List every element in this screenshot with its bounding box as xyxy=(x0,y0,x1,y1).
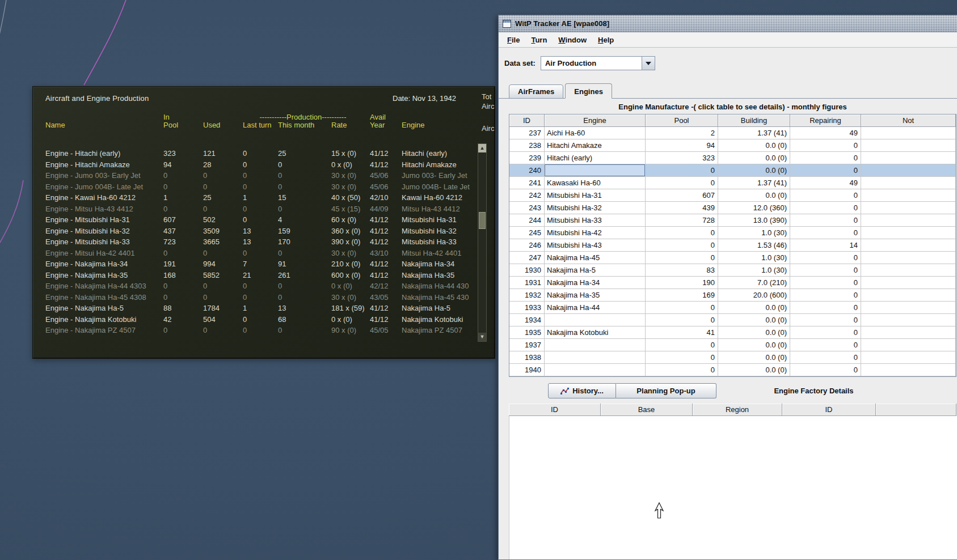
menu-turn[interactable]: Turn xyxy=(526,34,552,46)
cell-in-pool: 191 xyxy=(163,258,203,270)
engine-table-row[interactable]: 240 0 0.0 (0) 0 xyxy=(509,164,956,177)
production-table-row[interactable]: Engine - Kawai Ha-60 4212 1 25 1 15 40 x… xyxy=(33,192,495,203)
menu-window-mnemonic: W xyxy=(558,36,565,44)
planning-popup-button[interactable]: Planning Pop-up xyxy=(616,383,716,398)
cell-engine-name: Engine - Kawai Ha-60 4212 xyxy=(45,192,163,203)
engine-table-row[interactable]: 1934 0 0.0 (0) 0 xyxy=(509,314,956,326)
cell-last-turn: 0 xyxy=(243,325,278,336)
engine-table-row[interactable]: 247 Nakajima Ha-45 0 1.0 (30) 0 xyxy=(509,252,956,264)
engine-table-row[interactable]: 239 Hitachi (early) 323 0.0 (0) 0 xyxy=(509,152,956,164)
production-table-row[interactable]: Engine - Nakajima Ha-45 4308 0 0 0 0 30 … xyxy=(33,292,495,303)
cell-pool: 323 xyxy=(646,152,718,164)
cell-engine: Nakajima Ha-44 430 xyxy=(402,281,477,292)
cell-repairing: 0 xyxy=(790,289,861,302)
cell-avail-year: 41/12 xyxy=(370,236,402,248)
window-titlebar[interactable]: WitP Tracker AE [wpae008] xyxy=(499,15,957,32)
cell-in-pool: 88 xyxy=(163,303,203,314)
dataset-combobox[interactable]: Air Production xyxy=(541,56,655,70)
tab-engines[interactable]: Engines xyxy=(565,83,612,99)
engine-table-row[interactable]: 1935 Nakajima Kotobuki 41 0.0 (0) 0 xyxy=(509,326,956,339)
engine-table-row[interactable]: 238 Hitachi Amakaze 94 0.0 (0) 0 xyxy=(509,139,956,152)
cell-engine: Kawasaki Ha-60 xyxy=(545,177,646,189)
production-table-row[interactable]: Engine - Nakajima PZ 4507 0 0 0 0 90 x (… xyxy=(33,325,495,336)
production-table-row[interactable]: Engine - Nakajima Ha-5 88 1784 1 13 181 … xyxy=(33,303,495,314)
cell-this-month: 68 xyxy=(278,314,331,325)
cell-building: 0.0 (0) xyxy=(718,152,790,164)
production-table-row[interactable]: Engine - Mitsubishi Ha-33 723 3665 13 17… xyxy=(33,236,495,248)
cell-pool: 2 xyxy=(646,127,718,139)
engine-table-row[interactable]: 1931 Nakajima Ha-34 190 7.0 (210) 0 xyxy=(509,277,956,289)
engine-table-header-cell[interactable]: Building xyxy=(718,114,790,127)
cell-building: 0.0 (0) xyxy=(718,351,790,364)
engine-table-row[interactable]: 1933 Nakajima Ha-44 0 0.0 (0) 0 xyxy=(509,302,956,314)
combobox-dropdown-arrow-icon[interactable] xyxy=(642,57,655,70)
cell-engine-name: Engine - Nakajima Ha-35 xyxy=(45,270,163,281)
scroll-down-arrow-icon[interactable]: ▼ xyxy=(478,333,486,341)
engine-table-row[interactable]: 1940 0 0.0 (0) 0 xyxy=(509,364,956,376)
production-table-row[interactable]: Engine - Mitsubishi Ha-32 437 3509 13 15… xyxy=(33,226,495,237)
cell-engine: Nakajima Ha-45 xyxy=(545,252,646,264)
cell-in-pool: 0 xyxy=(163,281,203,292)
production-table-row[interactable]: Engine - Jumo 004B- Late Jet 0 0 0 0 30 … xyxy=(33,181,495,193)
factory-table-header-cell[interactable]: ID xyxy=(509,404,601,416)
cell-avail-year: 42/12 xyxy=(370,281,402,292)
engine-table-row[interactable]: 242 Mitsubishi Ha-31 607 0.0 (0) 0 xyxy=(509,189,956,202)
cell-engine: Nakajima Ha-34 xyxy=(545,277,646,289)
factory-table-empty-area[interactable] xyxy=(509,416,957,559)
engine-table-row[interactable]: 244 Mitsubishi Ha-33 728 13.0 (390) 0 xyxy=(509,214,956,227)
cell-pool: 0 xyxy=(646,239,718,252)
engine-table-row[interactable]: 245 Mitsubishi Ha-42 0 1.0 (30) 0 xyxy=(509,227,956,239)
cell-last-turn: 1 xyxy=(243,303,278,314)
engine-table-header-cell[interactable]: Engine xyxy=(545,114,646,127)
production-table-row[interactable]: Engine - Jumo 003- Early Jet 0 0 0 0 30 … xyxy=(33,170,495,181)
cell-engine-name: Engine - Mitsu Ha-43 4412 xyxy=(45,203,163,215)
menu-window[interactable]: Window xyxy=(553,34,592,46)
cell-repairing: 0 xyxy=(790,202,861,214)
production-table-row[interactable]: Engine - Mitsubishi Ha-31 607 502 0 4 60… xyxy=(33,214,495,226)
engine-table-row[interactable]: 1932 Nakajima Ha-35 169 20.0 (600) 0 xyxy=(509,289,956,302)
engine-table-header-cell[interactable]: ID xyxy=(509,114,545,127)
cell-notes xyxy=(861,202,956,214)
production-table-row[interactable]: Engine - Mitsui Ha-42 4401 0 0 0 0 30 x … xyxy=(33,248,495,259)
production-table-row[interactable]: Engine - Nakajima Kotobuki 42 504 0 68 0… xyxy=(33,314,495,325)
factory-table-header-cell[interactable]: Region xyxy=(693,404,782,416)
menu-file[interactable]: File xyxy=(502,34,525,46)
factory-table-header-cell[interactable]: Base xyxy=(601,404,693,416)
cell-repairing: 0 xyxy=(790,364,861,376)
factory-table-header-cell[interactable] xyxy=(876,404,956,416)
clipped-label-aircraft-1: Airc xyxy=(482,102,494,111)
cell-id: 237 xyxy=(509,127,545,139)
engine-table-row[interactable]: 237 Aichi Ha-60 2 1.37 (41) 49 xyxy=(509,127,956,139)
engine-table-header-cell[interactable]: Not xyxy=(861,114,956,127)
engine-table-row[interactable]: 1930 Nakajima Ha-5 83 1.0 (30) 0 xyxy=(509,264,956,277)
production-table-row[interactable]: Engine - Mitsu Ha-43 4412 0 0 0 0 45 x (… xyxy=(33,203,495,215)
engine-table-header-cell[interactable]: Pool xyxy=(646,114,718,127)
tab-airframes[interactable]: AirFrames xyxy=(509,84,563,99)
cell-in-pool: 607 xyxy=(163,214,203,226)
menu-help[interactable]: Help xyxy=(593,34,619,46)
cell-avail-year: 41/12 xyxy=(370,314,402,325)
production-table-row[interactable]: Engine - Hitachi Amakaze 94 28 0 0 0 x (… xyxy=(33,159,495,171)
history-button[interactable]: History... xyxy=(548,383,616,398)
panel-scrollbar[interactable]: ▲ ▼ xyxy=(478,143,487,342)
production-table-row[interactable]: Engine - Nakajima Ha-34 191 994 7 91 210… xyxy=(33,258,495,270)
production-table-row[interactable]: Engine - Nakajima Ha-35 168 5852 21 261 … xyxy=(33,270,495,281)
cell-engine: Mitsubishi Ha-43 xyxy=(545,239,646,252)
engine-table-header-cell[interactable]: Repairing xyxy=(790,114,861,127)
cell-in-pool: 0 xyxy=(163,181,203,193)
production-table-row[interactable]: Engine - Hitachi (early) 323 121 0 25 15… xyxy=(33,148,495,159)
menu-file-mnemonic: F xyxy=(507,36,512,44)
cell-this-month: 261 xyxy=(278,270,331,281)
engine-table-row[interactable]: 246 Mitsubishi Ha-43 0 1.53 (46) 14 xyxy=(509,239,956,252)
engine-table-row[interactable]: 1938 0 0.0 (0) 0 xyxy=(509,351,956,364)
engine-table-row[interactable]: 243 Mitsubishi Ha-32 439 12.0 (360) 0 xyxy=(509,202,956,214)
scrollbar-thumb[interactable] xyxy=(479,212,486,229)
engine-table-row[interactable]: 241 Kawasaki Ha-60 0 1.37 (41) 49 xyxy=(509,177,956,189)
production-table-row[interactable]: Engine - Nakajima Ha-44 4303 0 0 0 0 0 x… xyxy=(33,281,495,292)
cell-engine-name: Engine - Jumo 004B- Late Jet xyxy=(45,181,163,193)
engine-table-row[interactable]: 1937 0 0.0 (0) 0 xyxy=(509,339,956,351)
scroll-up-arrow-icon[interactable]: ▲ xyxy=(478,144,486,152)
window-title: WitP Tracker AE [wpae008] xyxy=(515,19,609,28)
factory-table-header-cell[interactable]: ID xyxy=(782,404,876,416)
cell-pool: 0 xyxy=(646,364,718,376)
